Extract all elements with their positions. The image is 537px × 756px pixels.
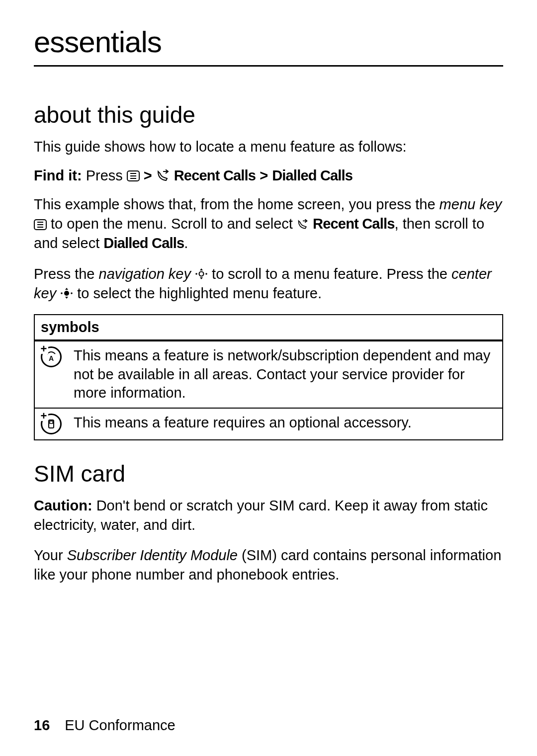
symbol-desc: This means a feature requires an optiona… xyxy=(68,408,503,440)
text-segment: to open the menu. Scroll to and select xyxy=(51,216,297,232)
symbols-table: symbols + A This means a feature is netw… xyxy=(34,314,503,440)
text-segment: Your xyxy=(34,547,67,563)
text-segment: to scroll to a menu feature. Press the xyxy=(212,266,451,282)
sim-caution: Caution: Don't bend or scratch your SIM … xyxy=(34,496,503,535)
find-it-label: Find it: xyxy=(34,168,82,184)
about-explain-1: This example shows that, from the home s… xyxy=(34,195,503,253)
network-dependent-icon: + A xyxy=(41,346,62,367)
text-segment: Don't bend or scratch your SIM card. Kee… xyxy=(34,498,488,533)
find-it-line: Find it: Press > Recent Calls > Dialled … xyxy=(34,168,503,184)
svg-point-2 xyxy=(205,273,207,275)
sim-info: Your Subscriber Identity Module (SIM) ca… xyxy=(34,546,503,585)
find-it-press: Press xyxy=(86,168,123,184)
text-segment: Press the xyxy=(34,266,99,282)
svg-point-4 xyxy=(61,292,63,294)
footer-section: EU Conformance xyxy=(65,717,175,734)
accessory-required-icon: + xyxy=(41,414,62,434)
symbol-desc: This means a feature is network/subscrip… xyxy=(68,340,503,408)
table-row: + This means a feature requires an optio… xyxy=(34,408,503,440)
caution-label: Caution: xyxy=(34,498,92,513)
dialled-calls-term: Dialled Calls xyxy=(103,235,184,251)
table-row: + A This means a feature is network/subs… xyxy=(34,340,503,408)
symbols-header: symbols xyxy=(34,315,503,340)
text-segment: This example shows that, from the home s… xyxy=(34,196,440,212)
find-recent: Recent Calls xyxy=(174,168,256,184)
recent-calls-term: Recent Calls xyxy=(313,216,394,232)
menu-key-icon xyxy=(34,219,47,230)
navigation-key-icon xyxy=(195,267,208,280)
svg-rect-8 xyxy=(50,421,53,423)
center-key-icon xyxy=(60,287,73,300)
menu-key-icon xyxy=(127,170,140,181)
page-footer: 16 EU Conformance xyxy=(34,717,176,734)
find-dialled: Dialled Calls xyxy=(272,168,353,184)
find-gt2: > xyxy=(260,168,268,184)
recent-calls-icon xyxy=(297,219,309,230)
about-intro: This guide shows how to locate a menu fe… xyxy=(34,137,503,157)
find-gt1: > xyxy=(144,168,152,184)
menu-key-term: menu key xyxy=(440,196,502,212)
sim-term: Subscriber Identity Module xyxy=(67,547,238,563)
text-segment: . xyxy=(184,235,188,251)
svg-point-1 xyxy=(195,273,197,275)
svg-point-5 xyxy=(71,292,73,294)
nav-key-term: navigation key xyxy=(99,266,191,282)
svg-point-0 xyxy=(199,271,204,276)
section-sim-heading: SIM card xyxy=(34,460,503,487)
page-number: 16 xyxy=(34,717,50,734)
svg-text:A: A xyxy=(49,354,54,362)
page-title: essentials xyxy=(34,25,503,67)
text-segment: to select the highlighted menu feature. xyxy=(77,285,322,301)
about-explain-2: Press the navigation key to scroll to a … xyxy=(34,264,503,303)
recent-calls-icon xyxy=(156,169,170,182)
svg-point-3 xyxy=(64,291,69,296)
section-about-heading: about this guide xyxy=(34,101,503,128)
